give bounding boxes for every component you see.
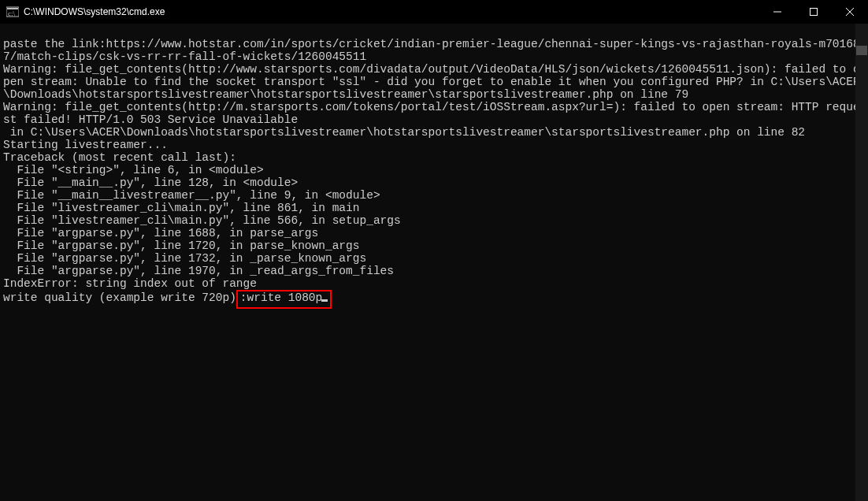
output-line: IndexError: string index out of range xyxy=(3,277,865,290)
prompt-prefix: write quality (example write 720p) xyxy=(3,291,236,304)
text-cursor xyxy=(321,299,328,302)
output-line: File "argparse.py", line 1688, in parse_… xyxy=(3,227,865,239)
output-line: File "<string>", line 6, in <module> xyxy=(3,164,865,176)
vertical-scrollbar[interactable] xyxy=(855,24,868,501)
minimize-button[interactable] xyxy=(759,0,796,24)
maximize-button[interactable] xyxy=(796,0,832,24)
window-controls xyxy=(759,0,868,24)
svg-rect-3 xyxy=(811,9,818,16)
svg-text:c:\: c:\ xyxy=(8,9,15,17)
user-input[interactable]: :write 1080p xyxy=(240,291,322,304)
terminal-output[interactable]: paste the link:https://www.hotstar.com/i… xyxy=(0,24,868,501)
output-line: Warning: file_get_contents(http://www.st… xyxy=(3,63,865,101)
output-line: File "argparse.py", line 1732, in _parse… xyxy=(3,252,865,265)
output-line: File "__main__livestreamer__.py", line 9… xyxy=(3,189,865,202)
window-titlebar[interactable]: c:\ C:\WINDOWS\system32\cmd.exe xyxy=(0,0,868,24)
output-line: File "livestreamer_cli\main.py", line 56… xyxy=(3,214,865,227)
output-line: Warning: file_get_contents(http://m.star… xyxy=(3,101,865,126)
output-line: Starting livestreamer... xyxy=(3,139,865,151)
output-line: Traceback (most recent call last): xyxy=(3,151,865,164)
close-button[interactable] xyxy=(832,0,868,24)
cmd-icon: c:\ xyxy=(6,6,19,18)
window-title: C:\WINDOWS\system32\cmd.exe xyxy=(24,6,759,18)
output-line: File "livestreamer_cli\main.py", line 86… xyxy=(3,202,865,214)
highlighted-input: :write 1080p xyxy=(236,290,332,309)
output-line: File "argparse.py", line 1720, in parse_… xyxy=(3,239,865,252)
output-line: paste the link:https://www.hotstar.com/i… xyxy=(3,38,865,63)
scrollbar-thumb[interactable] xyxy=(856,46,867,55)
output-line: in C:\Users\ACER\Downloads\hotstarsports… xyxy=(3,126,865,139)
output-line: File "argparse.py", line 1970, in _read_… xyxy=(3,265,865,277)
output-line: File "__main__.py", line 128, in <module… xyxy=(3,176,865,189)
